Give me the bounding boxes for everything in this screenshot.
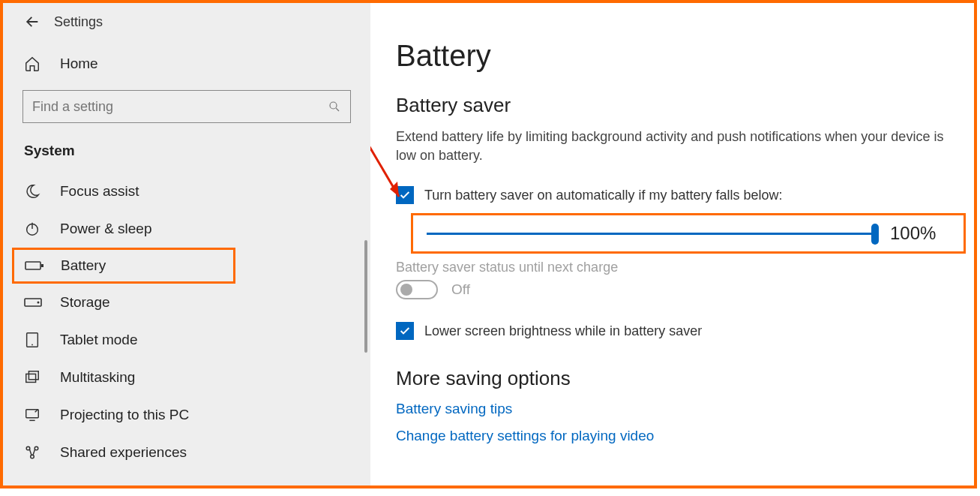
nav-projecting[interactable]: Projecting to this PC [3,396,370,434]
nav-label: Projecting to this PC [60,407,189,423]
page-title: Battery [396,39,956,73]
tablet-icon [24,332,60,348]
check-icon [399,325,411,337]
back-button[interactable] [24,14,54,30]
sidebar: Settings Home System Focus assist Power … [3,3,370,485]
nav-multitasking[interactable]: Multitasking [3,359,370,396]
threshold-value: 100% [890,223,950,244]
search-input[interactable] [32,99,310,115]
search-icon [328,100,341,113]
toggle-state-label: Off [451,281,470,298]
share-icon [24,444,60,461]
slider-thumb[interactable] [871,224,879,245]
battery-saver-heading: Battery saver [396,94,956,117]
nav-label: Focus assist [60,183,139,200]
toggle-knob [400,284,412,296]
nav-focus-assist[interactable]: Focus assist [3,173,370,210]
nav-label: Battery [61,257,106,274]
nav-label: Shared experiences [60,444,187,461]
threshold-slider-container: 100% [411,213,966,254]
battery-icon [25,260,61,272]
lower-brightness-checkbox[interactable] [396,322,414,340]
settings-window: Settings Home System Focus assist Power … [0,0,977,488]
power-icon [24,221,60,237]
saver-status-toggle[interactable] [396,280,438,299]
threshold-slider[interactable] [427,233,877,235]
svg-point-9 [31,344,33,346]
svg-rect-10 [26,374,36,382]
home-label: Home [60,56,98,72]
svg-rect-11 [28,371,38,380]
svg-line-16 [370,142,399,197]
nav-label: Tablet mode [60,332,138,348]
more-options-heading: More saving options [396,367,956,390]
search-box[interactable] [22,90,351,123]
nav-shared-experiences[interactable]: Shared experiences [3,434,370,471]
nav-battery[interactable]: Battery [12,248,235,284]
window-title: Settings [54,14,103,30]
storage-icon [24,296,60,308]
link-video-settings[interactable]: Change battery settings for playing vide… [396,428,956,444]
arrow-left-icon [24,14,40,30]
nav-list: Focus assist Power & sleep Battery Stora… [3,173,370,471]
svg-rect-5 [41,264,43,267]
check-icon [399,189,411,201]
saver-status-label: Battery saver status until next charge [396,260,956,275]
lower-brightness-label: Lower screen brightness while in battery… [424,323,702,339]
link-battery-tips[interactable]: Battery saving tips [396,401,956,417]
nav-label: Multitasking [60,369,135,386]
nav-power-sleep[interactable]: Power & sleep [3,210,370,248]
battery-saver-description: Extend battery life by limiting backgrou… [396,128,951,165]
svg-line-1 [336,108,339,111]
sidebar-scrollbar[interactable] [364,240,367,353]
home-icon [24,56,60,72]
nav-label: Storage [60,294,110,311]
auto-saver-checkbox[interactable] [396,186,414,204]
svg-point-0 [330,102,337,109]
moon-icon [24,183,60,200]
project-icon [24,407,60,423]
auto-saver-label: Turn battery saver on automatically if m… [424,188,783,203]
svg-point-7 [37,302,40,304]
svg-rect-4 [25,262,40,269]
section-system-label: System [3,137,370,173]
nav-label: Power & sleep [60,221,152,237]
multitask-icon [24,369,60,386]
nav-storage[interactable]: Storage [3,284,370,321]
main-content: Battery Battery saver Extend battery lif… [370,3,974,485]
nav-tablet-mode[interactable]: Tablet mode [3,321,370,359]
home-nav[interactable]: Home [3,45,370,83]
